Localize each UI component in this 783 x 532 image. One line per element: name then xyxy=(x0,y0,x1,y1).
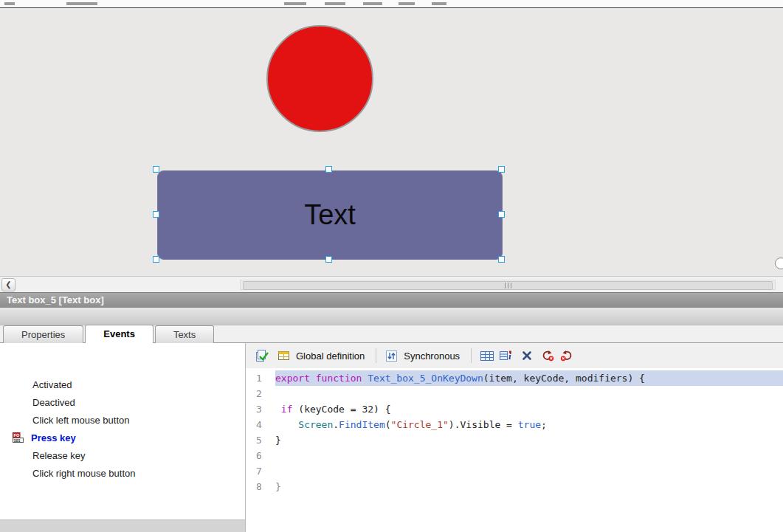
line-number: 3 xyxy=(256,401,269,417)
code-line[interactable]: 8} xyxy=(246,479,783,494)
keyboard-101-icon: FO101 xyxy=(13,432,26,443)
line-number: 5 xyxy=(256,432,269,448)
selection-handle-middle-left[interactable] xyxy=(153,211,159,218)
line-number: 8 xyxy=(256,479,269,494)
event-item-label: Click left mouse button xyxy=(32,415,130,426)
line-number: 6 xyxy=(256,448,269,463)
event-list-item[interactable]: Deactived xyxy=(0,393,245,411)
script-panel: Global definition Synchronous xyxy=(246,343,783,532)
global-definition-label: Global definition xyxy=(296,350,365,362)
inspector-tab-row: Properties Events Texts xyxy=(0,325,783,343)
event-list-bottom-scrollbar[interactable] xyxy=(0,519,245,532)
canvas-edge-handle[interactable] xyxy=(775,258,783,269)
code-text: export function Text_box_5_OnKeyDown(ite… xyxy=(275,370,783,386)
inspector-title: Text box_5 [Text box] xyxy=(0,292,783,308)
line-number: 7 xyxy=(256,463,269,479)
validate-script-icon[interactable] xyxy=(255,349,269,363)
event-categories-panel: ActivatedDeactivedClick left mouse butto… xyxy=(0,343,246,532)
svg-text:FO: FO xyxy=(14,433,20,438)
inspector-subbar xyxy=(0,308,783,325)
code-text xyxy=(275,463,783,479)
undo-error-icon[interactable] xyxy=(559,349,574,362)
event-list-item[interactable]: Activated xyxy=(0,376,245,393)
line-number: 4 xyxy=(256,417,269,432)
synchronous-icon[interactable] xyxy=(384,349,399,363)
textbox-shape[interactable]: Text xyxy=(157,170,503,260)
delete-icon[interactable] xyxy=(521,350,533,362)
code-line[interactable]: 4 Screen.FindItem("Circle_1").Visible = … xyxy=(246,417,783,432)
hscrollbar-thumb[interactable] xyxy=(243,281,773,290)
event-list-item[interactable]: Click right mouse button xyxy=(0,464,245,482)
code-line[interactable]: 3 if (keyCode = 32) { xyxy=(246,401,783,417)
circle-shape[interactable] xyxy=(266,25,373,132)
selection-handle-top-left[interactable] xyxy=(153,166,159,173)
svg-text:101: 101 xyxy=(14,438,21,443)
tab-properties[interactable]: Properties xyxy=(3,325,83,343)
code-text: } xyxy=(275,432,783,448)
insert-table-icon[interactable] xyxy=(480,350,494,362)
event-item-label: Release key xyxy=(32,450,86,461)
textbox-label: Text xyxy=(304,199,356,231)
code-text: } xyxy=(275,479,783,494)
redo-error-icon[interactable] xyxy=(540,349,555,362)
selection-handle-top-right[interactable] xyxy=(498,166,505,173)
selection-handle-middle-right[interactable] xyxy=(498,211,505,218)
synchronous-label: Synchronous xyxy=(404,350,460,362)
wincc-screen-editor-window: Text Text box_5 [Text box] Properties Ev… xyxy=(0,0,783,532)
code-text xyxy=(275,448,783,463)
events-tab-content: ActivatedDeactivedClick left mouse butto… xyxy=(0,343,783,532)
code-line[interactable]: 5} xyxy=(246,432,783,448)
event-item-label: Click right mouse button xyxy=(32,468,135,479)
event-list-item[interactable]: Release key xyxy=(0,446,245,464)
selection-handle-top-middle[interactable] xyxy=(325,166,332,173)
code-text: Screen.FindItem("Circle_1").Visible = tr… xyxy=(275,417,783,432)
script-code-editor[interactable]: 1export function Text_box_5_OnKeyDown(it… xyxy=(246,368,783,532)
event-list-item[interactable]: FO101Press key xyxy=(0,429,245,446)
event-item-label: Deactived xyxy=(32,397,75,408)
line-number: 2 xyxy=(256,386,269,401)
code-line[interactable]: 1export function Text_box_5_OnKeyDown(it… xyxy=(246,370,783,386)
system-functions-icon[interactable]: i xyxy=(499,349,514,362)
script-toolbar: Global definition Synchronous xyxy=(246,343,783,368)
global-definition-icon[interactable] xyxy=(277,349,291,362)
event-list-item[interactable]: Click left mouse button xyxy=(0,411,245,429)
scroll-left-button[interactable] xyxy=(1,278,15,291)
hscrollbar-track[interactable] xyxy=(240,280,776,290)
selection-handle-bottom-right[interactable] xyxy=(498,256,505,263)
code-text: if (keyCode = 32) { xyxy=(275,401,783,417)
event-item-label: Press key xyxy=(31,432,76,443)
code-line[interactable]: 2 xyxy=(246,386,783,401)
code-line[interactable]: 7 xyxy=(246,463,783,479)
code-lines: 1export function Text_box_5_OnKeyDown(it… xyxy=(246,370,783,494)
tab-texts[interactable]: Texts xyxy=(155,325,214,343)
code-text xyxy=(275,386,783,401)
toolbar-separator xyxy=(376,348,376,363)
clipped-toolbar-strip xyxy=(0,0,783,8)
selection-handle-bottom-left[interactable] xyxy=(153,256,159,263)
line-number: 1 xyxy=(256,370,269,386)
event-item-label: Activated xyxy=(32,379,72,390)
code-line[interactable]: 6 xyxy=(246,448,783,463)
screen-design-canvas[interactable]: Text xyxy=(0,8,783,276)
selection-handle-bottom-middle[interactable] xyxy=(325,256,332,263)
canvas-hscrollbar-row xyxy=(0,276,783,293)
event-list: ActivatedDeactivedClick left mouse butto… xyxy=(0,343,245,482)
toolbar-separator xyxy=(471,348,472,363)
tab-events[interactable]: Events xyxy=(85,325,154,343)
